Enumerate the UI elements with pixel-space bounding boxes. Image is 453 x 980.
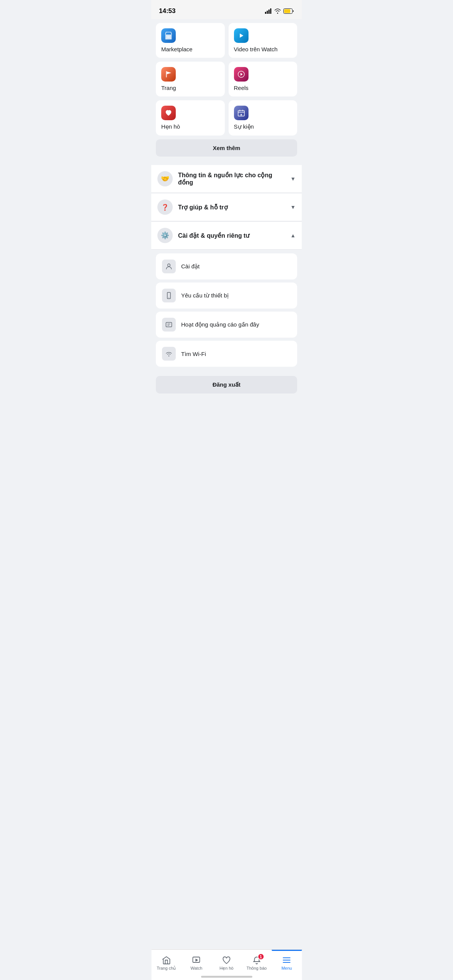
feature-card-sukien[interactable]: Sự kiện (229, 100, 298, 136)
svg-rect-12 (238, 111, 244, 116)
feature-label-henho: Hẹn hò (161, 123, 219, 130)
feature-icon-sukien (234, 106, 249, 120)
feature-card-marketplace[interactable]: Marketplace (156, 23, 225, 58)
svg-rect-2 (268, 10, 270, 14)
logout-button[interactable]: Đăng xuất (156, 376, 297, 394)
feature-label-trang: Trang (161, 85, 219, 91)
svg-marker-9 (167, 72, 171, 74)
feature-icon-watch (234, 28, 249, 43)
svg-marker-7 (240, 34, 243, 38)
tab-notifications-label: Thông báo (247, 966, 267, 970)
feature-icon-henho (161, 106, 176, 120)
tab-menu[interactable]: Menu (271, 953, 302, 970)
status-icons (265, 8, 294, 14)
svg-point-16 (168, 264, 170, 266)
tab-home-label: Trang chủ (157, 966, 176, 971)
watch-icon (192, 956, 201, 965)
home-indicator (201, 976, 252, 978)
section-settings[interactable]: ⚙️ Cài đặt & quyền riêng tư ▲ (151, 222, 302, 250)
settings-expanded: Cài đặtYêu cầu từ thiết bịHoạt động quản… (151, 250, 302, 371)
feature-label-reels: Reels (234, 85, 292, 91)
svg-marker-22 (196, 959, 198, 962)
community-label: Thông tin & nguồn lực cho cộng đồng (178, 172, 285, 186)
sub-item-icon-ad-activity (162, 318, 176, 332)
support-icon: ❓ (157, 199, 173, 215)
feature-grid: MarketplaceVideo trên WatchTrangReelsHẹn… (151, 19, 302, 139)
community-chevron: ▼ (290, 176, 296, 182)
sub-item-ad-activity[interactable]: Hoạt động quảng cáo gần đây (156, 312, 297, 338)
svg-marker-11 (240, 73, 243, 75)
community-icon: 🤝 (157, 171, 173, 186)
settings-label: Cài đặt & quyền riêng tư (178, 232, 285, 239)
sub-item-find-wifi[interactable]: Tìm Wi-Fi (156, 341, 297, 367)
sub-item-label-find-wifi: Tìm Wi-Fi (181, 351, 206, 357)
tab-active-indicator (271, 950, 302, 951)
feature-icon-reels (234, 67, 249, 82)
support-label: Trợ giúp & hỗ trợ (178, 204, 285, 211)
heart-icon (222, 956, 231, 965)
sub-item-label-device-requests: Yêu cầu từ thiết bị (181, 292, 229, 299)
sub-item-label-settings-main: Cài đặt (181, 263, 200, 270)
sub-item-device-requests[interactable]: Yêu cầu từ thiết bị (156, 283, 297, 309)
feature-icon-marketplace (161, 28, 176, 43)
feature-card-watch[interactable]: Video trên Watch (229, 23, 298, 58)
settings-icon: ⚙️ (157, 228, 173, 243)
svg-rect-8 (166, 71, 167, 78)
signal-icon (265, 8, 272, 14)
feature-icon-trang (161, 67, 176, 82)
sub-item-label-ad-activity: Hoạt động quảng cáo gần đây (181, 321, 259, 328)
svg-rect-0 (265, 12, 266, 14)
notification-count: 1 (257, 953, 264, 960)
feature-label-marketplace: Marketplace (161, 46, 219, 52)
support-chevron: ▼ (290, 204, 296, 210)
feature-label-watch: Video trên Watch (234, 46, 292, 52)
status-bar: 14:53 (151, 0, 302, 19)
tab-notifications[interactable]: 1 Thông báo (242, 953, 272, 970)
svg-point-20 (168, 356, 170, 357)
notification-badge-wrap: 1 (252, 956, 261, 965)
section-support[interactable]: ❓ Trợ giúp & hỗ trợ ▼ (151, 193, 302, 221)
status-time: 14:53 (159, 7, 175, 15)
sub-item-icon-device-requests (162, 289, 176, 302)
section-community[interactable]: 🤝 Thông tin & nguồn lực cho cộng đồng ▼ (151, 165, 302, 193)
feature-label-sukien: Sự kiện (234, 123, 292, 130)
feature-card-reels[interactable]: Reels (229, 62, 298, 96)
battery-icon (283, 8, 294, 14)
sub-item-icon-settings-main (162, 260, 176, 273)
svg-point-18 (168, 297, 169, 298)
svg-rect-19 (166, 322, 172, 327)
feature-card-trang[interactable]: Trang (156, 62, 225, 96)
wifi-icon (274, 8, 281, 14)
svg-rect-5 (284, 9, 290, 13)
svg-rect-6 (167, 36, 170, 38)
tab-watch[interactable]: Watch (182, 953, 212, 970)
settings-chevron: ▲ (290, 232, 296, 238)
tab-henho-label: Hẹn hò (219, 966, 233, 971)
home-icon (162, 956, 171, 965)
tab-home[interactable]: Trang chủ (151, 953, 182, 971)
tab-bar: Trang chủ Watch Hẹn hò 1 Thông báo M (151, 949, 302, 980)
sub-item-icon-find-wifi (162, 347, 176, 361)
tab-menu-label: Menu (281, 966, 292, 970)
main-content: MarketplaceVideo trên WatchTrangReelsHẹn… (151, 19, 302, 430)
menu-icon (282, 956, 291, 965)
svg-rect-3 (270, 8, 271, 14)
tab-henho[interactable]: Hẹn hò (211, 953, 242, 971)
feature-card-henho[interactable]: Hẹn hò (156, 100, 225, 136)
tab-watch-label: Watch (191, 966, 203, 970)
see-more-button[interactable]: Xem thêm (156, 139, 297, 157)
sub-item-settings-main[interactable]: Cài đặt (156, 253, 297, 279)
divider-1 (151, 162, 302, 165)
svg-rect-1 (267, 11, 268, 14)
